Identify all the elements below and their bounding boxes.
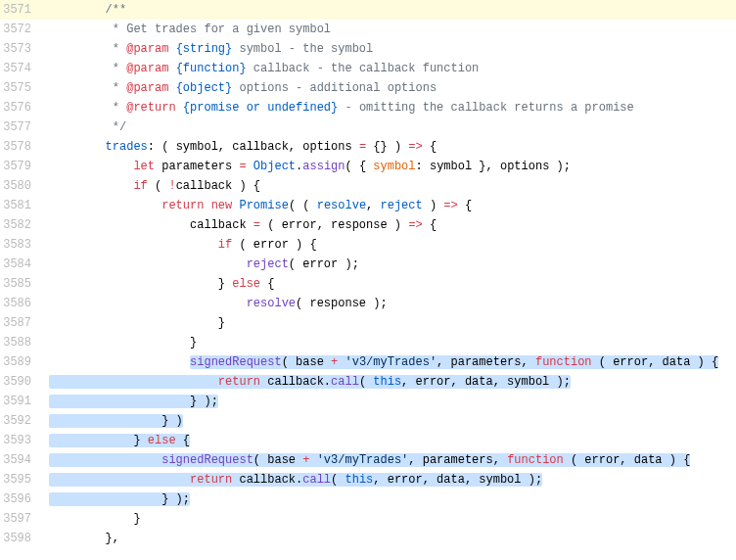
code-content[interactable]: } ) bbox=[39, 411, 736, 431]
code-content[interactable]: } else { bbox=[39, 431, 736, 450]
code-line[interactable]: 3590 return callback.call( this, error, … bbox=[0, 372, 736, 392]
code-line[interactable]: 3574 * @param {function} callback - the … bbox=[0, 59, 736, 78]
line-number[interactable]: 3593 bbox=[0, 431, 39, 450]
code-content[interactable]: * Get trades for a given symbol bbox=[39, 20, 736, 39]
line-number[interactable]: 3598 bbox=[0, 529, 39, 548]
code-line[interactable]: 3589 signedRequest( base + 'v3/myTrades'… bbox=[0, 352, 736, 372]
code-line[interactable]: 3580 if ( !callback ) { bbox=[0, 176, 736, 196]
line-number[interactable]: 3572 bbox=[0, 20, 39, 39]
token: , parameters, bbox=[408, 453, 507, 467]
token: } bbox=[49, 434, 148, 447]
code-line[interactable]: 3571 /** bbox=[0, 0, 736, 20]
code-content[interactable]: } ); bbox=[39, 490, 736, 509]
code-content[interactable]: return new Promise( ( resolve, reject ) … bbox=[39, 196, 736, 215]
line-number[interactable]: 3587 bbox=[0, 313, 39, 333]
line-number[interactable]: 3573 bbox=[0, 39, 39, 59]
code-content[interactable]: }, bbox=[39, 529, 736, 548]
line-number[interactable]: 3586 bbox=[0, 294, 39, 313]
token: trades bbox=[106, 140, 148, 154]
code-content[interactable]: return callback.call( this, error, data,… bbox=[39, 470, 736, 490]
token: * bbox=[113, 42, 126, 56]
token: = bbox=[253, 218, 260, 232]
code-content[interactable]: * @param {string} symbol - the symbol bbox=[39, 39, 736, 59]
code-line[interactable]: 3581 return new Promise( ( resolve, reje… bbox=[0, 196, 736, 215]
code-line[interactable]: 3588 } bbox=[0, 333, 736, 352]
code-line[interactable]: 3594 signedRequest( base + 'v3/myTrades'… bbox=[0, 450, 736, 470]
code-line[interactable]: 3591 } ); bbox=[0, 392, 736, 411]
code-content[interactable]: /** bbox=[39, 0, 736, 20]
line-number[interactable]: 3571 bbox=[0, 0, 39, 20]
line-number[interactable]: 3575 bbox=[0, 78, 39, 98]
line-number[interactable]: 3594 bbox=[0, 450, 39, 470]
code-line[interactable]: 3592 } ) bbox=[0, 411, 736, 431]
line-number[interactable]: 3583 bbox=[0, 235, 39, 255]
code-content[interactable]: } bbox=[39, 313, 736, 333]
line-number[interactable]: 3580 bbox=[0, 176, 39, 196]
code-line[interactable]: 3585 } else { bbox=[0, 274, 736, 294]
token: parameters bbox=[155, 160, 239, 173]
code-line[interactable]: 3576 * @return {promise or undefined} - … bbox=[0, 98, 736, 117]
code-line[interactable]: 3595 return callback.call( this, error, … bbox=[0, 470, 736, 490]
code-line[interactable]: 3598 }, bbox=[0, 529, 736, 548]
line-number[interactable]: 3590 bbox=[0, 372, 39, 392]
code-content[interactable]: trades: ( symbol, callback, options = {}… bbox=[39, 137, 736, 157]
code-content[interactable]: signedRequest( base + 'v3/myTrades', par… bbox=[39, 450, 736, 470]
line-number[interactable]: 3574 bbox=[0, 59, 39, 78]
code-content[interactable]: return callback.call( this, error, data,… bbox=[39, 372, 736, 392]
code-line[interactable]: 3593 } else { bbox=[0, 431, 736, 450]
line-number[interactable]: 3578 bbox=[0, 137, 39, 157]
code-content[interactable]: reject( error ); bbox=[39, 255, 736, 274]
line-number[interactable]: 3577 bbox=[0, 117, 39, 137]
code-line[interactable]: 3597 } bbox=[0, 509, 736, 529]
code-content[interactable]: * @return {promise or undefined} - omitt… bbox=[39, 98, 736, 117]
code-editor[interactable]: 3571 /**3572 * Get trades for a given sy… bbox=[0, 0, 736, 548]
token: this bbox=[345, 473, 373, 487]
code-content[interactable]: if ( !callback ) { bbox=[39, 176, 736, 196]
code-content[interactable]: */ bbox=[39, 117, 736, 137]
code-content[interactable]: } ); bbox=[39, 392, 736, 411]
code-content[interactable]: } bbox=[39, 333, 736, 352]
code-line[interactable]: 3578 trades: ( symbol, callback, options… bbox=[0, 137, 736, 157]
code-line[interactable]: 3596 } ); bbox=[0, 490, 736, 509]
token: 'v3/myTrades' bbox=[317, 453, 409, 467]
token: ( error, data ) { bbox=[592, 355, 719, 369]
code-line[interactable]: 3586 resolve( response ); bbox=[0, 294, 736, 313]
code-line[interactable]: 3573 * @param {string} symbol - the symb… bbox=[0, 39, 736, 59]
code-line[interactable]: 3587 } bbox=[0, 313, 736, 333]
code-content[interactable]: resolve( response ); bbox=[39, 294, 736, 313]
code-line[interactable]: 3584 reject( error ); bbox=[0, 255, 736, 274]
token: } ) bbox=[49, 414, 183, 428]
line-number[interactable]: 3582 bbox=[0, 215, 39, 235]
line-number[interactable]: 3589 bbox=[0, 352, 39, 372]
code-line[interactable]: 3575 * @param {object} options - additio… bbox=[0, 78, 736, 98]
code-content[interactable]: * @param {object} options - additional o… bbox=[39, 78, 736, 98]
line-number[interactable]: 3585 bbox=[0, 274, 39, 294]
line-number[interactable]: 3596 bbox=[0, 490, 39, 509]
token: {promise or undefined} bbox=[183, 101, 338, 115]
code-content[interactable]: if ( error ) { bbox=[39, 235, 736, 255]
line-number[interactable]: 3597 bbox=[0, 509, 39, 529]
line-number[interactable]: 3576 bbox=[0, 98, 39, 117]
code-line[interactable]: 3579 let parameters = Object.assign( { s… bbox=[0, 157, 736, 176]
code-line[interactable]: 3572 * Get trades for a given symbol bbox=[0, 20, 736, 39]
code-content[interactable]: callback = ( error, response ) => { bbox=[39, 215, 736, 235]
code-content[interactable]: * @param {function} callback - the callb… bbox=[39, 59, 736, 78]
line-number[interactable]: 3591 bbox=[0, 392, 39, 411]
code-line[interactable]: 3577 */ bbox=[0, 117, 736, 137]
line-number[interactable]: 3588 bbox=[0, 333, 39, 352]
token: {string} bbox=[176, 42, 233, 56]
line-number[interactable]: 3581 bbox=[0, 196, 39, 215]
token: * bbox=[113, 101, 126, 115]
selection: signedRequest( base + 'v3/myTrades', par… bbox=[49, 453, 690, 467]
code-content[interactable]: let parameters = Object.assign( { symbol… bbox=[39, 157, 736, 176]
code-line[interactable]: 3583 if ( error ) { bbox=[0, 235, 736, 255]
line-number[interactable]: 3595 bbox=[0, 470, 39, 490]
line-number[interactable]: 3584 bbox=[0, 255, 39, 274]
code-line[interactable]: 3582 callback = ( error, response ) => { bbox=[0, 215, 736, 235]
code-content[interactable]: } bbox=[39, 509, 736, 529]
code-content[interactable]: } else { bbox=[39, 274, 736, 294]
line-number[interactable]: 3592 bbox=[0, 411, 39, 431]
token: reject bbox=[247, 257, 289, 271]
code-content[interactable]: signedRequest( base + 'v3/myTrades', par… bbox=[39, 352, 736, 372]
line-number[interactable]: 3579 bbox=[0, 157, 39, 176]
